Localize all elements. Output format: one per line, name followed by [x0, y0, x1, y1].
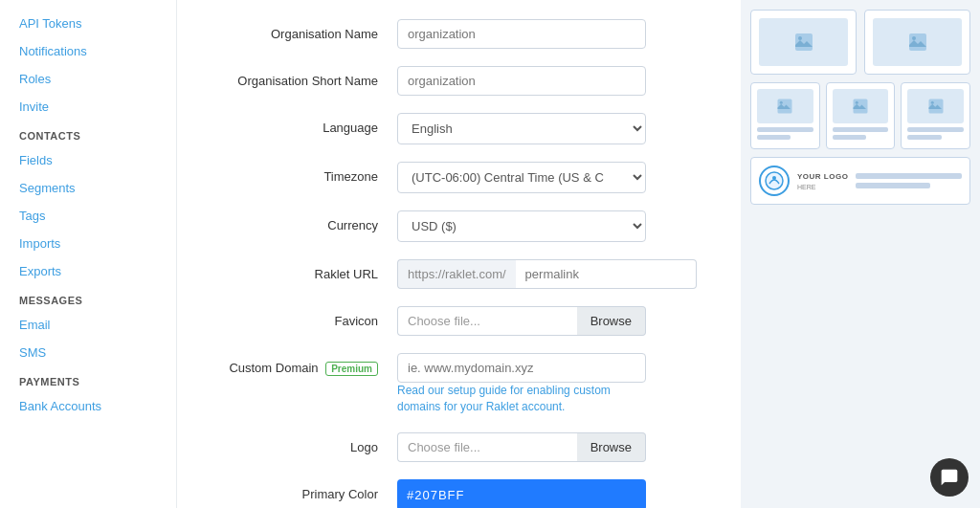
primary-color-button[interactable]: #207BFF: [397, 479, 646, 508]
timezone-row: Timezone (UTC-06:00) Central Time (US & …: [206, 162, 712, 193]
svg-point-10: [766, 172, 783, 189]
svg-point-5: [780, 101, 783, 104]
currency-row: Currency USD ($) EUR (€) GBP (£) TRY (₺): [206, 210, 712, 242]
custom-domain-setup-link[interactable]: Read our setup guide for enabling custom…: [397, 384, 611, 413]
org-name-label: Organisation Name: [206, 19, 397, 41]
url-row: https://raklet.com/: [397, 259, 646, 289]
chat-icon: [940, 468, 959, 487]
language-select[interactable]: English Spanish French German Turkish: [397, 113, 646, 144]
sidebar-item-sms[interactable]: SMS: [0, 339, 176, 366]
org-name-control: [397, 19, 646, 49]
preview-line-2: [757, 135, 791, 140]
primary-color-row: Primary Color #207BFF: [206, 479, 712, 508]
svg-point-9: [930, 101, 933, 104]
preview-card-2-inner: [873, 18, 962, 66]
favicon-label: Favicon: [206, 306, 397, 328]
preview-top-grid: [750, 10, 970, 75]
favicon-control: Choose file... Browse: [397, 306, 646, 336]
settings-form: Organisation Name Organisation Short Nam…: [177, 0, 741, 508]
preview-card-1: [750, 10, 857, 75]
preview-line-1: [757, 127, 813, 132]
preview-card-sm-3-inner: [907, 89, 964, 123]
preview-card-sm-2-inner: [833, 89, 889, 123]
svg-point-1: [798, 36, 802, 40]
raklet-url-row: Raklet URL https://raklet.com/: [206, 259, 712, 289]
preview-container: YOUR LOGO HERE: [750, 10, 970, 205]
language-label: Language: [206, 113, 397, 135]
image-icon-sm-1: [776, 98, 793, 115]
preview-card-sm-2: [826, 82, 896, 149]
image-icon-2: [906, 31, 929, 54]
favicon-file-display: Choose file...: [397, 306, 577, 336]
preview-line-6: [907, 135, 941, 140]
logo-control: Choose file... Browse: [397, 432, 646, 462]
org-short-name-row: Organisation Short Name: [206, 66, 712, 96]
favicon-row: Favicon Choose file... Browse: [206, 306, 712, 336]
image-icon-sm-3: [927, 98, 945, 115]
custom-domain-row: Custom Domain Premium Read our setup gui…: [206, 353, 712, 415]
sidebar-section-messages: MESSAGES: [0, 285, 176, 311]
preview-logo-text: YOUR LOGO: [797, 172, 848, 181]
preview-logo-lines: [856, 173, 962, 188]
org-short-name-control: [397, 66, 646, 96]
sidebar-item-tags[interactable]: Tags: [0, 202, 176, 230]
preview-card-sm-3: [901, 82, 970, 149]
preview-card-sm-1-inner: [757, 89, 813, 123]
sidebar-section-payments: PAYMENTS: [0, 366, 176, 392]
premium-badge: Premium: [325, 362, 378, 376]
preview-logo-line-1: [856, 173, 962, 179]
sidebar-item-api-tokens[interactable]: API Tokens: [0, 10, 176, 37]
favicon-file-row: Choose file... Browse: [397, 306, 646, 336]
timezone-control: (UTC-06:00) Central Time (US & C (UTC+00…: [397, 162, 646, 193]
logo-circle-icon: [765, 171, 784, 190]
sidebar-item-exports[interactable]: Exports: [0, 257, 176, 285]
primary-color-label: Primary Color: [206, 479, 397, 501]
svg-point-7: [856, 101, 858, 104]
currency-select[interactable]: USD ($) EUR (€) GBP (£) TRY (₺): [397, 210, 646, 242]
preview-logo-line-2: [856, 183, 929, 188]
raklet-url-control: https://raklet.com/: [397, 259, 646, 289]
logo-row: Logo Choose file... Browse: [206, 432, 712, 462]
url-prefix: https://raklet.com/: [397, 259, 516, 289]
timezone-select[interactable]: (UTC-06:00) Central Time (US & C (UTC+00…: [397, 162, 646, 193]
preview-card-2: [864, 10, 970, 75]
svg-point-11: [772, 176, 776, 180]
logo-browse-button[interactable]: Browse: [577, 432, 646, 462]
custom-domain-control: Read our setup guide for enabling custom…: [397, 353, 646, 415]
preview-card-1-inner: [759, 18, 848, 66]
sidebar-item-email[interactable]: Email: [0, 311, 176, 339]
language-row: Language English Spanish French German T…: [206, 113, 712, 144]
sidebar-item-roles[interactable]: Roles: [0, 65, 176, 93]
logo-file-row: Choose file... Browse: [397, 432, 646, 462]
custom-domain-input[interactable]: [397, 353, 646, 383]
sidebar: API Tokens Notifications Roles Invite CO…: [0, 0, 177, 508]
timezone-label: Timezone: [206, 162, 397, 184]
favicon-browse-button[interactable]: Browse: [577, 306, 646, 336]
chat-button[interactable]: [930, 458, 969, 497]
sidebar-item-bank-accounts[interactable]: Bank Accounts: [0, 392, 176, 420]
preview-line-3: [833, 127, 889, 132]
sidebar-item-fields[interactable]: Fields: [0, 146, 176, 174]
svg-rect-0: [795, 33, 813, 51]
raklet-url-input[interactable]: [516, 259, 697, 289]
logo-label: Logo: [206, 432, 397, 454]
sidebar-item-notifications[interactable]: Notifications: [0, 37, 176, 65]
currency-control: USD ($) EUR (€) GBP (£) TRY (₺): [397, 210, 646, 242]
sidebar-item-invite[interactable]: Invite: [0, 93, 176, 121]
preview-bottom-grid: [750, 82, 970, 149]
svg-point-3: [912, 36, 916, 40]
sidebar-item-segments[interactable]: Segments: [0, 174, 176, 202]
preview-logo-text-block: YOUR LOGO HERE: [797, 172, 848, 190]
org-name-input[interactable]: [397, 19, 646, 49]
preview-logo-subtext: HERE: [797, 184, 848, 190]
preview-logo-circle: [759, 166, 790, 196]
org-short-name-input[interactable]: [397, 66, 646, 96]
preview-line-4: [833, 135, 866, 140]
org-short-name-label: Organisation Short Name: [206, 66, 397, 88]
language-control: English Spanish French German Turkish: [397, 113, 646, 144]
custom-domain-label: Custom Domain: [229, 361, 318, 375]
sidebar-item-imports[interactable]: Imports: [0, 230, 176, 257]
image-icon-1: [792, 31, 815, 54]
org-name-row: Organisation Name: [206, 19, 712, 49]
logo-file-display: Choose file...: [397, 432, 577, 462]
